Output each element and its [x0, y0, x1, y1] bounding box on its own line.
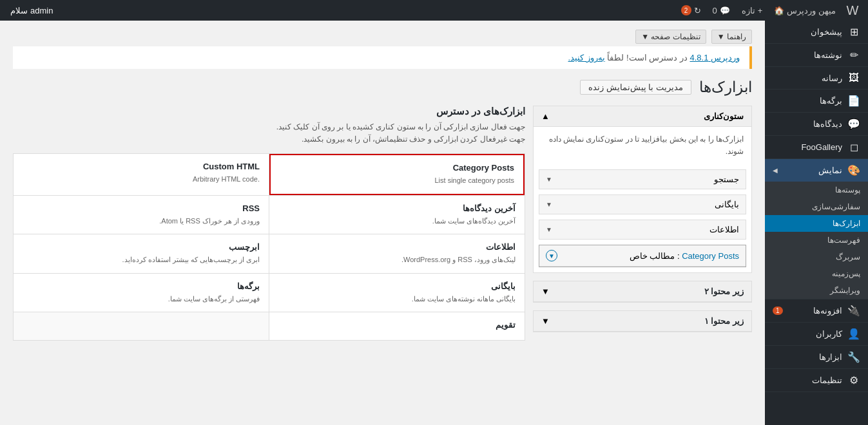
- widgets-wrapper: ستون‌کناری ▲ ابزارک‌ها را به این بخش بیا…: [13, 106, 752, 341]
- plugins-icon: 🔌: [847, 305, 860, 317]
- submenu-header[interactable]: سربرگ: [765, 249, 868, 265]
- submenu-customize[interactable]: سفارشی‌سازی: [765, 198, 868, 215]
- dashboard-icon: ⊞: [847, 26, 860, 38]
- update-link[interactable]: وردپرس 4.8.1: [690, 53, 740, 62]
- screen-options-button[interactable]: تنظیمات صفحه ▼: [635, 30, 706, 44]
- adminbar-username[interactable]: admin: [30, 6, 53, 15]
- adminbar-comments-count: 0: [713, 6, 717, 15]
- menu-label-dashboard: پیشخوان: [811, 27, 842, 37]
- adminbar-updates[interactable]: ↻ 2: [676, 0, 706, 21]
- widget-cell-archives[interactable]: بایگانی بایگانی ماهانه نوشته‌های سایت شم…: [269, 274, 525, 312]
- menu-item-media[interactable]: 🖼 رسانه: [765, 67, 868, 90]
- menu-label-appearance: نمایش: [818, 165, 842, 175]
- menu-item-appearance[interactable]: 🎨 نمایش ◀ پوسته‌ها سفارشی‌سازی: [765, 159, 868, 299]
- sidebar2-header[interactable]: زیر محتوا ۲ ▼: [534, 281, 751, 302]
- column-panel-title: ستون‌کناری: [704, 111, 744, 121]
- update-now-link[interactable]: به‌روز کنید.: [568, 53, 605, 62]
- widget-cell-rss-title: RSS: [23, 203, 260, 213]
- sidebar1-toggle: ▼: [541, 316, 550, 326]
- menu-item-plugins[interactable]: 🔌 افزونه‌ها 1: [765, 299, 868, 323]
- adminbar-site[interactable]: میهن وردپرس 🏠: [769, 0, 841, 21]
- menu-label-users: کاربران: [816, 329, 842, 339]
- adminbar-greeting: سلام admin: [5, 6, 58, 15]
- widget-cell-pages[interactable]: برگه‌ها فهرستی از برگه‌های سایت شما.: [14, 274, 269, 312]
- menu-item-foogallery[interactable]: ◻ FooGallery: [765, 136, 868, 159]
- widget-cell-calendar-title: تقویم: [278, 320, 516, 330]
- widget-cell-recent-comments-title: آخرین دیدگاه‌ها: [278, 203, 516, 213]
- adminbar-new-label: تازه: [742, 6, 755, 15]
- live-preview-button[interactable]: مدیریت با پیش‌نمایش زنده: [580, 80, 691, 95]
- available-widgets: ابزارک‌های در دسترس جهت فعال سازی ابزارک…: [13, 106, 525, 341]
- widget-cell-custom-html[interactable]: Custom HTML .Arbitrary HTML code: [14, 154, 269, 195]
- submenu-label-widgets: ابزارک‌ها: [833, 219, 860, 228]
- sidebar1-title: زیر محتوا ۱: [704, 316, 744, 326]
- media-icon: 🖼: [847, 72, 860, 84]
- widget-cell-pages-title: برگه‌ها: [23, 281, 260, 291]
- chevron-down-icon: ▼: [641, 32, 649, 41]
- submenu-label-customize: سفارشی‌سازی: [812, 202, 860, 211]
- main-content: تنظیمات صفحه ▼ راهنما ▼ وردپرس 4.8.1 در …: [0, 21, 765, 425]
- widget-cell-rss[interactable]: RSS ورودی از هر خوراک RSS یا Atom.: [14, 196, 269, 234]
- widget-cell-category-posts[interactable]: Category Posts List single category post…: [269, 154, 525, 195]
- admin-menu-wrap: ⊞ پیشخوان ✏ نوشته‌ها 🖼 رسانه 📄 ب: [765, 21, 868, 425]
- submenu-label-background: پس‌زمینه: [832, 269, 860, 278]
- widget-archives: بایگانی ▼: [539, 194, 746, 214]
- widget-category-posts-name: Category Posts: [682, 251, 739, 261]
- menu-item-pages[interactable]: 📄 برگه‌ها: [765, 90, 868, 113]
- column-panel: ستون‌کناری ▲ ابزارک‌ها را به این بخش بیا…: [533, 106, 752, 273]
- updates-badge: 2: [681, 5, 691, 15]
- admin-bar: W میهن وردپرس 🏠 + تازه 💬 0 ↻ 2 سلام admi…: [0, 0, 868, 21]
- adminbar-comments-icon: 💬: [720, 6, 730, 15]
- sidebar2-title: زیر محتوا ۲: [704, 287, 744, 296]
- submenu-label-themes: پوسته‌ها: [835, 185, 860, 194]
- submenu-background[interactable]: پس‌زمینه: [765, 265, 868, 282]
- widget-info-header[interactable]: اطلاعات ▼: [539, 220, 746, 239]
- widget-search-header[interactable]: جستجو ▼: [539, 170, 746, 189]
- admin-menu: ⊞ پیشخوان ✏ نوشته‌ها 🖼 رسانه 📄 ب: [765, 21, 868, 392]
- menu-label-posts: نوشته‌ها: [814, 50, 842, 60]
- widget-cell-category-posts-title: Category Posts: [280, 163, 514, 173]
- submenu-label-menus: فهرست‌ها: [827, 236, 860, 245]
- widget-category-posts-active-header[interactable]: Category Posts : مطالب خاص ▼: [539, 245, 746, 267]
- widget-cell-tagcloud[interactable]: ابرچسب ابری از برچسب‌هایی که بیشتر استفا…: [14, 234, 269, 273]
- posts-icon: ✏: [847, 49, 860, 61]
- help-button[interactable]: راهنما ▼: [711, 30, 752, 44]
- widget-cell-calendar[interactable]: تقویم: [269, 312, 525, 340]
- menu-item-dashboard[interactable]: ⊞ پیشخوان: [765, 21, 868, 44]
- submenu-widgets[interactable]: ابزارک‌ها: [765, 215, 868, 232]
- wp-logo[interactable]: W: [842, 0, 863, 21]
- column-panel-header[interactable]: ستون‌کناری ▲: [534, 106, 751, 127]
- adminbar-new[interactable]: + تازه: [737, 0, 768, 21]
- users-icon: 👤: [847, 328, 860, 340]
- menu-item-tools[interactable]: 🔧 ابزارها: [765, 346, 868, 369]
- submenu-themes[interactable]: پوسته‌ها: [765, 182, 868, 198]
- menu-label-comments: دیدگاه‌ها: [813, 119, 842, 129]
- updates-icon: ↻: [694, 6, 701, 15]
- menu-item-settings[interactable]: ⚙ تنظیمات: [765, 369, 868, 392]
- widget-archives-header[interactable]: بایگانی ▼: [539, 195, 746, 214]
- page-title: ابزارک‌ها: [699, 79, 752, 96]
- chevron-down-icon-help: ▼: [717, 32, 725, 41]
- widget-cell-info[interactable]: اطلاعات لینک‌های ورود، RSS و WordPress.o…: [269, 234, 525, 273]
- menu-label-foogallery: FooGallery: [801, 142, 842, 152]
- menu-label-tools: ابزارها: [819, 352, 842, 362]
- submenu-editor[interactable]: ویرایشگر: [765, 282, 868, 299]
- widget-cell-rss-desc: ورودی از هر خوراک RSS یا Atom.: [23, 216, 260, 227]
- sidebar1-header[interactable]: زیر محتوا ۱ ▼: [534, 311, 751, 332]
- menu-item-posts[interactable]: ✏ نوشته‌ها: [765, 44, 868, 67]
- widget-search: جستجو ▼: [539, 169, 746, 189]
- menu-item-comments[interactable]: 💬 دیدگاه‌ها: [765, 113, 868, 136]
- widget-cell-tagcloud-title: ابرچسب: [23, 242, 260, 252]
- page-toolbar: تنظیمات صفحه ▼ راهنما ▼: [13, 27, 752, 46]
- menu-item-users[interactable]: 👤 کاربران: [765, 323, 868, 346]
- column-panel-toggle: ▲: [541, 111, 550, 121]
- page-title-area: ابزارک‌ها مدیریت با پیش‌نمایش زنده: [13, 79, 752, 96]
- sidebar2-toggle: ▼: [541, 287, 550, 296]
- widget-category-posts-active-title: Category Posts : مطالب خاص: [630, 251, 739, 261]
- adminbar-comments[interactable]: 💬 0: [708, 0, 735, 21]
- widget-category-posts-arrow: ▼: [546, 250, 557, 261]
- menu-label-pages: برگه‌ها: [820, 96, 842, 106]
- submenu-menus[interactable]: فهرست‌ها: [765, 232, 868, 249]
- widget-info-arrow: ▼: [546, 226, 552, 233]
- widget-cell-recent-comments[interactable]: آخرین دیدگاه‌ها آخرین دیدگاه‌های سایت شم…: [269, 196, 525, 234]
